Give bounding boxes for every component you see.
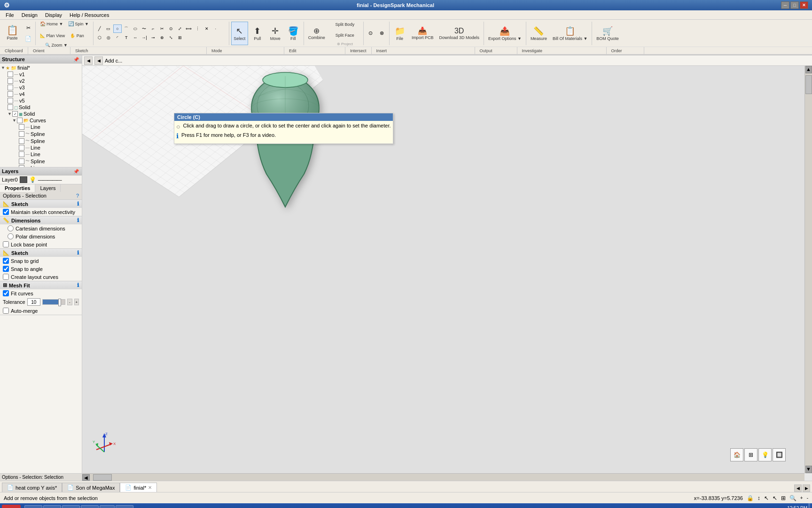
tolerance-slider[interactable] [58, 299, 61, 306]
dims-info[interactable]: ℹ [77, 217, 79, 223]
tree-item-v2[interactable]: — v2 [0, 78, 82, 84]
h-scroll-thumb[interactable] [93, 474, 112, 481]
tree-item-finial[interactable]: ▼ ★ 📁 finial* [0, 64, 82, 71]
coord-lock-icon[interactable]: 🔒 [747, 495, 754, 501]
sketch-mirror-button[interactable]: ⟺ [185, 24, 193, 33]
split-face-button[interactable]: Split Face [328, 30, 361, 40]
cmd-btn2[interactable]: ◀ [94, 56, 103, 65]
home-button[interactable]: 🏠 Home ▼ [38, 18, 65, 30]
intersect-btn2[interactable]: ⊗ [377, 28, 387, 39]
tabs-scroll-right[interactable]: ▶ [803, 484, 810, 492]
h-scrollbar[interactable]: ◀ [82, 473, 804, 481]
tree-item-spline2[interactable]: 〜 Spline [0, 137, 82, 144]
tree-item-v3[interactable]: — v3 [0, 84, 82, 91]
menu-file[interactable]: File [2, 11, 18, 19]
snap-grid-check[interactable] [3, 258, 9, 264]
lock-base-point-check[interactable] [3, 241, 9, 247]
sketch2-header[interactable]: 📐 Sketch ℹ [0, 249, 82, 257]
layers-header[interactable]: Layers 📌 [0, 167, 82, 175]
taskbar-app1[interactable]: ⚙ [100, 505, 115, 508]
tab-heat-comp[interactable]: 📄 heat comp Y axis* [2, 483, 62, 492]
import-pcb-button[interactable]: 📥 Import PCB [409, 22, 436, 45]
tree-item-line4[interactable]: ✓ — Line [0, 165, 82, 167]
vp-home-btn[interactable]: 🏠 [730, 448, 743, 461]
tolerance-input[interactable] [27, 298, 40, 306]
split-body-button[interactable]: Split Body [328, 19, 361, 30]
menu-design[interactable]: Design [18, 11, 41, 19]
menu-display[interactable]: Display [41, 11, 66, 19]
mesh-fit-info[interactable]: ℹ [77, 282, 79, 288]
tolerance-decr[interactable]: - [67, 299, 72, 305]
copy-button[interactable]: 📄 [23, 33, 33, 44]
sketch-split-button[interactable]: ⊸ [149, 33, 157, 42]
sketch-arc-button[interactable]: ⌒ [122, 24, 131, 33]
tab-finial[interactable]: 📄 finial* ✕ [120, 483, 157, 492]
start-button[interactable]: ⊞ [2, 505, 21, 508]
tab-properties[interactable]: Properties [0, 184, 35, 192]
layout-curves-check[interactable] [3, 274, 9, 280]
tree-item-solid1[interactable]: ◻ Solid [0, 104, 82, 111]
sketch-circle2-button[interactable]: ◎ [104, 33, 113, 42]
bom-materials-button[interactable]: 📋 Bill Of Materials ▼ [550, 22, 590, 45]
dimensions-section-header[interactable]: 📏 Dimensions ℹ [0, 216, 82, 224]
sketch-array-button[interactable]: ⊞ [176, 33, 184, 42]
tree-item-spline1[interactable]: 〜 Spline [0, 130, 82, 137]
tab-layers[interactable]: Layers [35, 184, 61, 192]
sketch-offset-button[interactable]: ⊙ [167, 24, 175, 33]
export-options-button[interactable]: 📤 Export Options ▼ [486, 22, 524, 45]
measure-button[interactable]: 📏 Measure [528, 22, 549, 45]
tab-son-megamax[interactable]: 📄 Son of MegaMax [62, 483, 120, 492]
sketch-pattern-button[interactable]: ⋮ [194, 24, 202, 33]
tree-item-v4[interactable]: — v4 [0, 91, 82, 97]
layer-color[interactable] [20, 176, 27, 183]
fit-curves-check[interactable] [3, 290, 9, 296]
vp-light-btn[interactable]: 💡 [758, 448, 772, 461]
coord-mode-icon[interactable]: ↕ [757, 495, 760, 501]
canvas-area[interactable]: ◀ ◀ Add c... [82, 56, 812, 481]
minimize-button[interactable]: ─ [781, 1, 789, 9]
sketch-arc2-button[interactable]: ◜ [113, 33, 122, 42]
sketch-line-button[interactable]: ╱ [95, 24, 104, 33]
fill-button[interactable]: 🪣 Fill [285, 22, 302, 45]
tree-item-spline3[interactable]: 〜 Spline [0, 158, 82, 165]
move-button[interactable]: ✛ Move [267, 22, 284, 45]
taskbar-explorer[interactable]: 🪟 [24, 505, 42, 508]
sketch-text-button[interactable]: T [122, 33, 131, 42]
sketch-copy-button[interactable]: ⤡ [167, 33, 175, 42]
tabs-scroll-left[interactable]: ◀ [794, 484, 802, 492]
vp-render-btn[interactable]: 🔲 [773, 448, 786, 461]
menu-help[interactable]: Help / Resources [66, 11, 113, 19]
bom-quote-button[interactable]: 🛒 BOM Quote [594, 22, 621, 45]
select-button[interactable]: ↖ Select [231, 22, 248, 45]
tab-finial-close[interactable]: ✕ [148, 485, 152, 490]
spin-button[interactable]: 🔄 Spin ▼ [66, 18, 91, 30]
layers-pin[interactable]: 📌 [72, 169, 80, 174]
sketch-rect-button[interactable]: ▭ [104, 24, 113, 33]
sketch2-info[interactable]: ℹ [77, 250, 79, 256]
auto-merge-check[interactable] [3, 308, 9, 314]
plan-view-button[interactable]: 📐 Plan View [38, 30, 67, 41]
v-scroll-thumb[interactable] [805, 75, 812, 94]
v-scroll-up[interactable]: ▲ [805, 66, 812, 73]
sketch-polygon-button[interactable]: ⬡ [95, 33, 104, 42]
vp-grid-btn[interactable]: ⊞ [744, 448, 757, 461]
sketch-section-header[interactable]: 📐 Sketch ℹ [0, 200, 82, 208]
taskbar-firefox[interactable]: 🦊 [81, 505, 99, 508]
sketch-x-button[interactable]: ✕ [203, 24, 211, 33]
tree-item-curves[interactable]: ▼ 📂 Curves [0, 117, 82, 124]
cartesian-dims-radio[interactable] [8, 225, 14, 231]
sketch-fillet-button[interactable]: ⌐ [149, 24, 157, 33]
structure-header[interactable]: Structure 📌 [0, 56, 82, 64]
v-scroll-down[interactable]: ▼ [805, 466, 812, 473]
sketch-move-button[interactable]: ⤢ [176, 24, 184, 33]
cmd-btn1[interactable]: ◀ [84, 56, 93, 65]
sketch-spline-button[interactable]: 〜 [140, 24, 148, 33]
polar-dims-radio[interactable] [8, 233, 14, 239]
tree-item-line2[interactable]: — Line [0, 144, 82, 151]
taskbar-chrome[interactable]: 🌐 [62, 505, 80, 508]
sketch-ellipse-button[interactable]: ⬭ [131, 24, 140, 33]
taskbar-folder[interactable]: 📁 [43, 505, 61, 508]
paste-button[interactable]: 📋 Paste [2, 23, 23, 43]
v-scrollbar[interactable]: ▲ ▼ [804, 66, 812, 473]
combine-button[interactable]: ⊕ Combine [306, 22, 328, 45]
